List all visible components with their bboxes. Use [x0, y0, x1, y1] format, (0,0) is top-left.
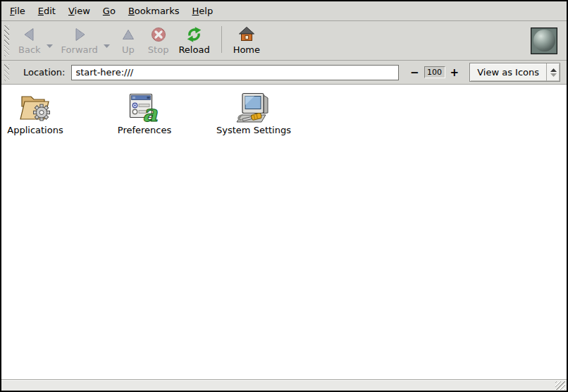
file-item-preferences[interactable]: a Preferences: [95, 91, 194, 135]
file-item-system-settings[interactable]: System Settings: [204, 91, 303, 135]
up-arrow-icon: [120, 26, 137, 43]
up-button[interactable]: Up: [113, 25, 143, 56]
forward-history-dropdown[interactable]: [103, 44, 111, 49]
menu-edit-label: Edit: [38, 6, 56, 16]
resize-grip[interactable]: [555, 381, 565, 390]
chevron-down-icon: [103, 44, 111, 49]
back-arrow-icon: [21, 26, 38, 43]
menu-edit[interactable]: Edit: [32, 1, 62, 20]
menu-go[interactable]: Go: [97, 1, 122, 20]
forward-button[interactable]: Forward: [56, 25, 103, 56]
back-button[interactable]: Back: [13, 25, 46, 56]
home-button[interactable]: Home: [228, 25, 265, 56]
menu-file-label: File: [10, 6, 25, 16]
toolbar: Back Forward Up: [1, 21, 567, 61]
menu-help-label: Help: [192, 6, 214, 16]
svg-text:a: a: [142, 99, 158, 124]
menu-bookmarks-label: Bookmarks: [128, 6, 180, 16]
reload-button[interactable]: Reload: [173, 25, 214, 56]
stop-icon: [150, 26, 167, 43]
up-button-label: Up: [122, 45, 135, 55]
applications-folder-icon: [18, 91, 52, 123]
menu-help[interactable]: Help: [186, 1, 220, 20]
reload-button-label: Reload: [178, 45, 209, 55]
menu-view[interactable]: View: [62, 1, 97, 20]
dropdown-arrows-icon: [546, 63, 560, 81]
zoom-level-indicator: 100: [424, 66, 445, 78]
view-as-dropdown-label: View as Icons: [470, 63, 546, 81]
file-item-label: Preferences: [118, 125, 171, 135]
view-as-dropdown[interactable]: View as Icons: [469, 63, 560, 82]
icon-view: Applications a Preferences: [1, 85, 567, 379]
back-button-label: Back: [18, 45, 41, 55]
menu-bookmarks[interactable]: Bookmarks: [122, 1, 186, 20]
menu-file[interactable]: File: [4, 1, 32, 20]
reload-icon: [185, 26, 203, 43]
menu-view-label: View: [68, 6, 90, 16]
system-settings-icon: [235, 91, 272, 123]
throbber-sphere-icon: [533, 30, 555, 51]
menu-go-label: Go: [103, 6, 116, 16]
menubar: File Edit View Go Bookmarks Help: [1, 1, 567, 21]
file-item-applications[interactable]: Applications: [0, 91, 85, 135]
nautilus-window: File Edit View Go Bookmarks Help Back Fo…: [0, 0, 568, 392]
file-item-label: System Settings: [216, 125, 291, 135]
forward-arrow-icon: [71, 26, 88, 43]
toolbar-separator: [221, 26, 222, 53]
location-label: Location:: [23, 67, 65, 78]
throbber: [531, 27, 557, 54]
preferences-icon: a: [129, 91, 160, 123]
zoom-out-button[interactable]: −: [407, 66, 422, 79]
stop-button[interactable]: Stop: [143, 25, 174, 56]
status-bar: [1, 379, 567, 391]
location-bar: Location: − 100 + View as Icons: [1, 61, 567, 85]
stop-button-label: Stop: [148, 45, 169, 55]
forward-button-label: Forward: [61, 45, 98, 55]
chevron-down-icon: [46, 44, 54, 49]
location-bar-drag-handle[interactable]: [4, 64, 9, 81]
file-item-label: Applications: [7, 125, 63, 135]
home-button-label: Home: [233, 45, 260, 55]
location-input[interactable]: [71, 65, 399, 80]
toolbar-drag-handle[interactable]: [4, 25, 9, 56]
home-icon: [238, 26, 255, 43]
zoom-in-button[interactable]: +: [447, 66, 462, 79]
back-history-dropdown[interactable]: [46, 44, 54, 49]
